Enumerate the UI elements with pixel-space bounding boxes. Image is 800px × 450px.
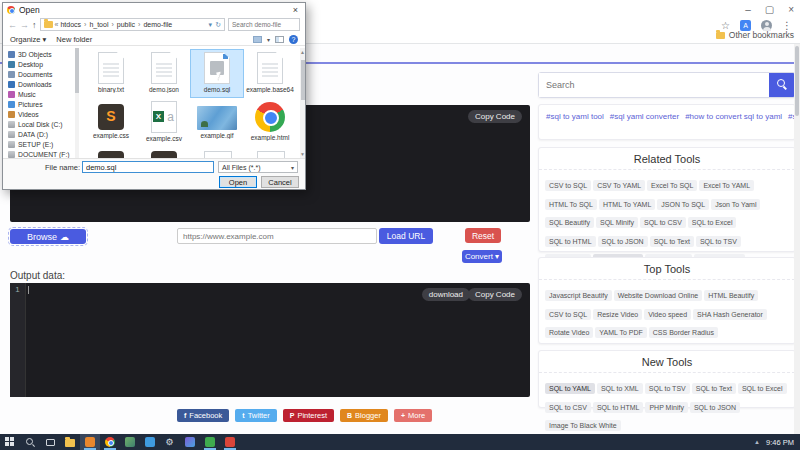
- sidebar-folder-item[interactable]: 3D Objects: [8, 49, 75, 59]
- scrollbar-thumb[interactable]: [795, 46, 799, 116]
- tool-chip[interactable]: SQL to XML: [597, 383, 643, 394]
- tool-chip[interactable]: Website Download Online: [614, 290, 702, 301]
- file-item[interactable]: example.html: [244, 99, 296, 146]
- sidebar-folder-item[interactable]: SETUP (E:): [8, 139, 75, 149]
- sidebar-folder-item[interactable]: Local Disk (C:): [8, 119, 75, 129]
- sidebar-folder-item[interactable]: Pictures: [8, 99, 75, 109]
- taskbar-item[interactable]: [100, 434, 120, 450]
- tool-chip[interactable]: CSV to SQL: [545, 180, 591, 191]
- clock[interactable]: 9:46 PM: [766, 438, 794, 447]
- tool-chip[interactable]: Rotate Video: [545, 327, 593, 338]
- view-dropdown-icon[interactable]: ▾: [267, 36, 270, 43]
- reset-button[interactable]: Reset: [465, 228, 501, 243]
- tool-chip[interactable]: SQL to CSV: [640, 217, 686, 228]
- taskbar-item[interactable]: [220, 434, 240, 450]
- social-share-button[interactable]: P Pinterest: [283, 409, 334, 422]
- tool-chip[interactable]: Excel To YAML: [699, 180, 754, 191]
- tool-chip[interactable]: SQL to JSON: [690, 402, 740, 413]
- breadcrumb-segment[interactable]: h_tool: [81, 21, 108, 28]
- tool-chip[interactable]: SQL to CSV: [545, 402, 591, 413]
- close-icon[interactable]: ×: [788, 4, 794, 15]
- copy-code-button[interactable]: Copy Code: [468, 110, 522, 123]
- tray-expand-icon[interactable]: ▲: [754, 439, 760, 445]
- tool-chip[interactable]: SQL to Text: [650, 236, 694, 247]
- load-url-button[interactable]: Load URL: [379, 228, 433, 244]
- help-icon[interactable]: ?: [289, 35, 298, 44]
- tool-chip[interactable]: SQL to HTML: [593, 402, 644, 413]
- taskbar-item[interactable]: [20, 434, 40, 450]
- taskbar-item[interactable]: [60, 434, 80, 450]
- sidebar-folder-item[interactable]: Downloads: [8, 79, 75, 89]
- dialog-titlebar[interactable]: Open ×: [3, 3, 305, 16]
- page-scrollbar[interactable]: [794, 44, 800, 434]
- file-name-input[interactable]: [82, 161, 214, 173]
- dialog-search-input[interactable]: [232, 21, 296, 28]
- tool-chip[interactable]: YAML To PDF: [595, 327, 646, 338]
- sidebar-folder-item[interactable]: DATA (D:): [8, 129, 75, 139]
- tool-chip[interactable]: SQL to JSON: [598, 236, 648, 247]
- tool-chip[interactable]: SQL to Excel: [688, 217, 737, 228]
- back-icon[interactable]: ←: [8, 20, 17, 30]
- file-item[interactable]: example.base64: [244, 50, 296, 97]
- file-item[interactable]: binary.txt: [85, 50, 137, 97]
- tool-chip[interactable]: HTML Beautify: [704, 290, 758, 301]
- dialog-close-icon[interactable]: ×: [290, 5, 301, 15]
- scroll-up-icon[interactable]: ▲: [300, 49, 305, 55]
- social-share-button[interactable]: + More: [394, 409, 432, 422]
- organize-menu[interactable]: Organize ▾: [10, 35, 46, 44]
- taskbar-item[interactable]: [160, 434, 180, 450]
- file-item[interactable]: example.csv: [138, 99, 190, 146]
- file-item[interactable]: example.css: [85, 99, 137, 146]
- social-share-button[interactable]: t Twitter: [235, 409, 276, 422]
- search-input[interactable]: [539, 73, 769, 97]
- tag-link[interactable]: #sql to yaml tool: [546, 112, 604, 121]
- taskbar-item[interactable]: [120, 434, 140, 450]
- taskbar-item[interactable]: [40, 434, 60, 450]
- tool-chip[interactable]: SQL Beautify: [545, 217, 594, 228]
- tool-chip[interactable]: CSS Border Radius: [649, 327, 718, 338]
- tool-chip[interactable]: SHA Hash Generator: [693, 309, 767, 320]
- file-item[interactable]: example.gif: [191, 99, 243, 146]
- file-item[interactable]: demo.json: [138, 50, 190, 97]
- breadcrumb-segment[interactable]: public: [108, 21, 135, 28]
- address-bar[interactable]: « htdocsh_toolpublicdemo-file ▾ ↻: [40, 18, 226, 31]
- taskbar-item[interactable]: [180, 434, 200, 450]
- tool-chip[interactable]: PHP Minify: [645, 402, 688, 413]
- sidebar-folder-item[interactable]: DOCUMENT (F:): [8, 149, 75, 158]
- sidebar-folder-item[interactable]: Videos: [8, 109, 75, 119]
- address-dropdown-icon[interactable]: ▾: [209, 21, 213, 29]
- social-share-button[interactable]: f Facebook: [177, 409, 229, 422]
- output-copy-code-button[interactable]: Copy Code: [468, 288, 522, 301]
- files-scrollbar-thumb[interactable]: [301, 60, 305, 100]
- sidebar-folder-item[interactable]: Desktop: [8, 59, 75, 69]
- tool-chip[interactable]: SQL to Text: [692, 383, 736, 394]
- breadcrumb-segment[interactable]: htdocs: [60, 21, 81, 28]
- tool-chip[interactable]: HTML To YAML: [599, 199, 655, 210]
- files-scrollbar[interactable]: ▲ ▼: [300, 48, 305, 158]
- social-share-button[interactable]: B Blogger: [340, 409, 388, 422]
- forward-icon[interactable]: →: [20, 20, 29, 30]
- browse-button[interactable]: Browse ☁: [10, 229, 86, 244]
- open-button[interactable]: Open: [219, 176, 257, 188]
- other-bookmarks-label[interactable]: Other bookmarks: [729, 30, 794, 40]
- tool-chip[interactable]: SQL Minify: [596, 217, 638, 228]
- taskbar-item[interactable]: [0, 434, 20, 450]
- tool-chip[interactable]: SQL to TSV: [696, 236, 741, 247]
- file-type-dropdown[interactable]: All Files (*.*) ▾: [218, 161, 298, 173]
- tool-chip[interactable]: CSV to SQL: [545, 309, 591, 320]
- tag-link[interactable]: #how to convert sql to yaml: [685, 112, 782, 121]
- tool-chip[interactable]: HTML To SQL: [545, 199, 597, 210]
- tag-link[interactable]: #sql yaml converter: [610, 112, 679, 121]
- output-code-panel[interactable]: 1 download Copy Code: [10, 283, 530, 397]
- breadcrumb-segment[interactable]: demo-file: [135, 21, 172, 28]
- search-button[interactable]: [769, 73, 795, 97]
- taskbar-item[interactable]: [140, 434, 160, 450]
- sidebar-folder-item[interactable]: Music: [8, 89, 75, 99]
- download-button[interactable]: download: [422, 288, 470, 301]
- view-options-icon[interactable]: [253, 36, 262, 43]
- tool-chip[interactable]: Resize Video: [593, 309, 642, 320]
- cancel-button[interactable]: Cancel: [261, 176, 299, 188]
- convert-button[interactable]: Convert ▾: [462, 250, 502, 263]
- tool-chip[interactable]: Video speed: [644, 309, 691, 320]
- up-icon[interactable]: ↑: [32, 20, 37, 30]
